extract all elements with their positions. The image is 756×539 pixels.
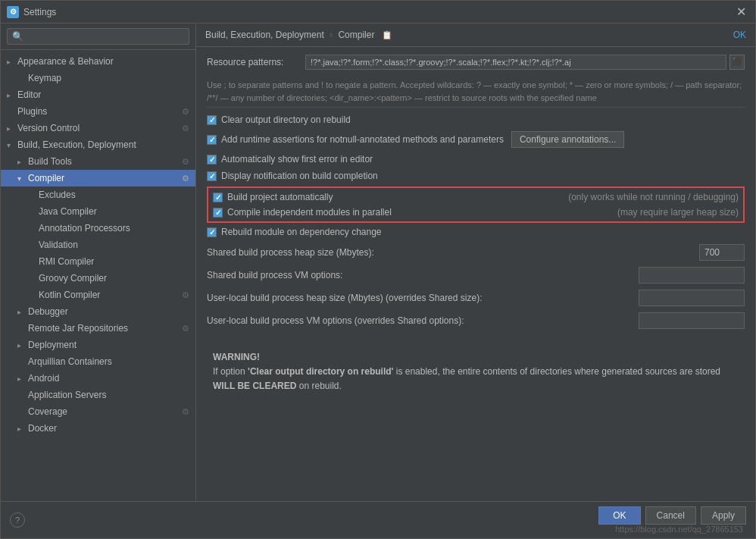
sidebar-item-label: Appearance & Behavior	[17, 56, 114, 67]
sidebar-item-compiler[interactable]: Compiler ⚙	[1, 170, 195, 186]
arrow-icon	[7, 58, 16, 66]
sidebar-item-label: Keymap	[28, 73, 61, 83]
sidebar-item-label: Docker	[28, 423, 57, 434]
clear-output-label: Clear output directory on rebuild	[221, 114, 351, 125]
highlighted-checkboxes-group: Build project automatically (only works …	[207, 186, 745, 223]
sidebar-item-build-tools[interactable]: Build Tools ⚙	[1, 153, 195, 170]
build-notification-checkbox[interactable]	[207, 171, 217, 181]
help-button[interactable]: ?	[10, 512, 25, 528]
breadcrumb-part1: Build, Execution, Deployment	[205, 30, 324, 40]
sidebar-item-kotlin-compiler[interactable]: Kotlin Compiler ⚙	[1, 287, 195, 303]
gear-icon: ⚙	[182, 124, 189, 133]
sidebar-item-label: Compiler	[28, 173, 64, 183]
arrow-icon	[17, 341, 27, 349]
sidebar-item-version-control[interactable]: Version Control ⚙	[1, 120, 195, 136]
add-runtime-label: Add runtime assertions for notnull-annot…	[221, 134, 504, 145]
user-vm-row: User-local build process VM options (ove…	[207, 312, 745, 329]
sidebar-item-android[interactable]: Android	[1, 370, 195, 387]
warning-text: If option 'Clear output directory on reb…	[213, 365, 739, 393]
gear-icon: ⚙	[182, 157, 189, 167]
sidebar-item-label: Kotlin Compiler	[39, 290, 100, 300]
add-runtime-checkbox[interactable]	[207, 135, 217, 145]
shared-heap-label: Shared build process heap size (Mbytes):	[207, 247, 699, 258]
sidebar-item-docker[interactable]: Docker	[1, 420, 195, 437]
form-section: Shared build process heap size (Mbytes):…	[207, 244, 745, 329]
arrow-icon	[7, 91, 16, 99]
sidebar-item-app-servers[interactable]: Application Servers	[1, 387, 195, 403]
sidebar-item-excludes[interactable]: Excludes	[1, 186, 195, 203]
compile-parallel-checkbox[interactable]	[213, 208, 223, 218]
search-box	[1, 24, 195, 50]
sidebar-item-plugins[interactable]: Plugins ⚙	[1, 103, 195, 120]
checkbox-clear-output: Clear output directory on rebuild	[207, 114, 745, 126]
compile-parallel-note: (may require larger heap size)	[602, 207, 739, 218]
ok-button[interactable]: OK	[598, 506, 640, 525]
shared-heap-input[interactable]	[699, 244, 745, 261]
arrow-icon	[17, 308, 27, 316]
sidebar-item-arquillian[interactable]: Arquillian Containers	[1, 353, 195, 370]
warning-will-clear: WILL BE CLEARED	[213, 381, 296, 391]
user-heap-input[interactable]	[639, 290, 745, 306]
sidebar-item-label: Groovy Compiler	[39, 273, 107, 284]
sidebar-item-label: Plugins	[17, 106, 47, 117]
sidebar-item-label: Editor	[17, 89, 41, 100]
main-content: Appearance & Behavior Keymap Editor Plug…	[1, 24, 755, 501]
resource-patterns-input[interactable]	[305, 55, 726, 70]
breadcrumb-separator: ›	[330, 30, 335, 40]
sidebar-item-label: Build Tools	[28, 156, 72, 167]
bottom-right: OK Cancel Apply https://blog.csdn.net/qq…	[598, 506, 746, 534]
warning-option: 'Clear output directory on rebuild'	[248, 366, 393, 377]
checkbox-compile-parallel: Compile independent modules in parallel …	[213, 206, 739, 218]
user-heap-row: User-local build process heap size (Mbyt…	[207, 290, 745, 306]
sidebar-item-label: Deployment	[28, 340, 77, 350]
shared-vm-input[interactable]	[639, 267, 745, 284]
sidebar-item-annotation-processors[interactable]: Annotation Processors	[1, 220, 195, 237]
user-heap-label: User-local build process heap size (Mbyt…	[207, 293, 639, 303]
sidebar-item-appearance[interactable]: Appearance & Behavior	[1, 53, 195, 70]
user-vm-label: User-local build process VM options (ove…	[207, 315, 639, 326]
sidebar-item-label: Annotation Processors	[39, 223, 130, 233]
cancel-button[interactable]: Cancel	[645, 506, 696, 525]
user-vm-input[interactable]	[639, 312, 745, 329]
resource-help-text: Use ; to separate patterns and ! to nega…	[207, 76, 745, 108]
expand-button[interactable]: ⬛	[729, 55, 745, 70]
arrow-icon	[7, 141, 16, 149]
gear-icon: ⚙	[182, 324, 189, 334]
sidebar-item-coverage[interactable]: Coverage ⚙	[1, 403, 195, 420]
sidebar-item-label: Validation	[39, 240, 78, 250]
apply-button[interactable]: Apply	[701, 506, 746, 525]
shared-heap-row: Shared build process heap size (Mbytes):	[207, 244, 745, 261]
sidebar-item-build-exec-deploy[interactable]: Build, Execution, Deployment	[1, 136, 195, 153]
show-error-checkbox[interactable]	[207, 155, 217, 165]
configure-annotations-button[interactable]: Configure annotations...	[511, 131, 624, 148]
show-error-label: Automatically show first error in editor	[221, 154, 373, 165]
sidebar-item-rmi-compiler[interactable]: RMI Compiler	[1, 253, 195, 270]
sidebar-item-remote-jar[interactable]: Remote Jar Repositories ⚙	[1, 320, 195, 337]
sidebar-item-deployment[interactable]: Deployment	[1, 337, 195, 353]
checkbox-build-notification: Display notification on build completion	[207, 170, 745, 182]
gear-icon: ⚙	[182, 407, 189, 417]
clear-output-checkbox[interactable]	[207, 115, 217, 125]
sidebar-item-java-compiler[interactable]: Java Compiler	[1, 203, 195, 220]
arrow-icon	[17, 425, 27, 433]
right-panel: Build, Execution, Deployment › Compiler …	[196, 24, 755, 501]
reset-button[interactable]: OK	[733, 30, 746, 40]
url-bar: https://blog.csdn.net/qq_27865153	[615, 525, 746, 534]
sidebar-item-editor[interactable]: Editor	[1, 86, 195, 103]
panel-body: Resource patterns: ⬛ Use ; to separate p…	[196, 47, 755, 501]
compile-parallel-label: Compile independent modules in parallel	[227, 207, 392, 218]
settings-window: ⚙ Settings ✕ Appearance & Behavior Keyma…	[0, 0, 756, 539]
checkbox-rebuild-dep: Rebuild module on dependency change	[207, 226, 745, 238]
sidebar-item-debugger[interactable]: Debugger	[1, 303, 195, 320]
sidebar-item-keymap[interactable]: Keymap	[1, 70, 195, 86]
arrow-icon	[17, 374, 27, 383]
build-auto-checkbox[interactable]	[213, 193, 223, 202]
gear-icon: ⚙	[182, 174, 189, 183]
sidebar-item-validation[interactable]: Validation	[1, 237, 195, 253]
bottom-bar: ? OK Cancel Apply https://blog.csdn.net/…	[1, 501, 755, 538]
warning-box: WARNING! If option 'Clear output directo…	[207, 344, 745, 400]
close-button[interactable]: ✕	[733, 5, 749, 19]
search-input[interactable]	[7, 28, 189, 45]
sidebar-item-groovy-compiler[interactable]: Groovy Compiler	[1, 270, 195, 287]
rebuild-dep-checkbox[interactable]	[207, 227, 217, 237]
